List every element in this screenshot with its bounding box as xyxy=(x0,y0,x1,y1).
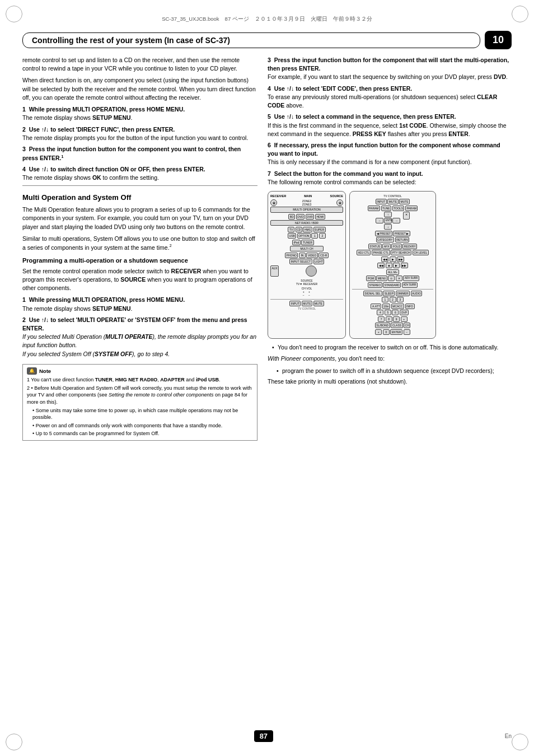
right-step-7-sub: The following remote control commands ca… xyxy=(268,179,416,185)
rv-n9: 9 xyxy=(393,316,400,322)
note-box: 🔔 Note 1 You can't use direct function T… xyxy=(22,364,257,441)
rv-class: CLASS xyxy=(391,323,402,328)
note-item-5: • Up to 5 commands can be programmed for… xyxy=(27,430,253,437)
rv-right-row-123: 1 2 3 xyxy=(352,297,433,302)
right-step-6-num: 6 xyxy=(268,142,273,148)
rv-allm: ALL M+ xyxy=(386,269,399,275)
rv-stop: ■ xyxy=(386,263,392,268)
rv-input-select: INPUT SELECT xyxy=(289,259,313,264)
rv-tuner: TUNER xyxy=(301,240,313,245)
rv-row-power: ⏻ ZONE2ZONE3 ⏻ xyxy=(270,199,343,206)
rv-aatt: A.ATT xyxy=(371,304,381,309)
rv-n8: 8 xyxy=(386,316,392,322)
step-1-num: 1 xyxy=(22,106,27,113)
step-4-sub: The remote display shows OK to confirm t… xyxy=(22,174,159,181)
right-step-6-sub: This is only necessary if the command is… xyxy=(268,158,472,165)
rv-fwd: ▶ xyxy=(393,263,400,268)
file-info-bar: SC-37_35_UXJCB.book 87 ページ ２０１０年３月９日 火曜日… xyxy=(28,16,506,23)
rv-pgm: PGM xyxy=(366,276,375,281)
rv-right-row-slbond: SL/BOND CLASS CH xyxy=(352,323,433,328)
step-2: 2 Use ↑/↓ to select 'DIRECT FUNC', then … xyxy=(22,125,257,142)
rv-chlevel: CH LEVEL xyxy=(413,250,429,255)
note-item-4: • Power on and off commands only work wi… xyxy=(27,422,253,430)
rv-cd: CD xyxy=(296,227,302,232)
rv-n4: 4 xyxy=(377,310,383,315)
rv-mute-left2: MUTE xyxy=(313,301,324,306)
rv-cross-bl xyxy=(376,224,383,230)
rv-enter-bottom: ENTER xyxy=(390,329,402,335)
corner-mark-bl xyxy=(6,734,22,750)
rv-cross-btn: ✕ xyxy=(396,276,402,281)
rv-ipod: iPod xyxy=(292,240,301,245)
rv-audio: AUDIO xyxy=(411,291,423,296)
chapter-title: Controlling the rest of your system (In … xyxy=(22,32,480,48)
rv-phasectl: PHASE CTL xyxy=(372,250,390,255)
rv-tv: TV xyxy=(288,227,294,232)
rv-multiop-area: MULTI OPERATION xyxy=(270,207,343,213)
right-step-4-bold: Use ↑/↓ to select 'EDIT CODE', then pres… xyxy=(274,85,413,92)
rv-r-tune: TUNE xyxy=(381,206,392,211)
rv-fold: FOLD xyxy=(391,244,401,249)
rv-power-right: ⏻ xyxy=(336,199,343,206)
right-step-6: 6 If necessary, press the input function… xyxy=(268,141,512,167)
rv-multi-op: MULTI OPERATION xyxy=(270,207,343,213)
rv-ptysearch: PTY SEARCH xyxy=(391,250,411,255)
right-step-3-bold: Press the input function button for the … xyxy=(268,57,509,72)
rv-up: ↑ xyxy=(384,212,392,217)
right-step-3: 3 Press the input function button for th… xyxy=(268,56,512,82)
rv-dvd: DVD xyxy=(296,214,305,220)
rv-ch: CH+− xyxy=(302,287,306,297)
chapter-header: Controlling the rest of your system (In … xyxy=(22,31,512,49)
rv-right-row-transport1: ◀◀ ▶ ▶▶ xyxy=(352,256,433,262)
chapter-number: 10 xyxy=(485,31,512,49)
rv-afx: AFX xyxy=(382,244,391,249)
rv-row-tvctrl: INPUT MUTE MUTE xyxy=(270,299,343,306)
rv-row-aux: AUX xyxy=(270,265,343,277)
rv-aux: AUX xyxy=(270,265,279,277)
rv-next: ▶▶ xyxy=(397,256,404,262)
right-step-7-bold: Select the button for the command you wa… xyxy=(274,170,423,177)
remote-left-panel: RECEIVERMAINSOURCE ⏻ ZONE2ZONE3 ⏻ MULTI … xyxy=(268,191,346,339)
bullet-1: You don't need to program the receiver t… xyxy=(272,343,512,352)
bullets-after-remote: You don't need to program the receiver t… xyxy=(268,343,512,352)
rv-right-row-aatt: A.ATT 18in MCACC INFO xyxy=(352,304,433,309)
multi-step-1: 1 While pressing MULTI OPERATION, press … xyxy=(22,296,257,312)
rv-row-netradio: NET RADIO / BDR xyxy=(270,220,343,226)
right-step-5-num: 5 xyxy=(268,113,273,120)
rv-n1: 1 xyxy=(382,297,388,302)
rv-ch-btn: CH xyxy=(404,323,410,328)
rv-right-row1: INPUT MUTE MUTE xyxy=(352,199,433,204)
rv-right-row-phase: ADJ CTL PHASE CTL PTY SEARCH CH LEVEL xyxy=(352,250,433,255)
rv-video: VIDEO xyxy=(306,253,318,258)
page-number: 87 xyxy=(254,730,273,742)
rv-hdmi: HDMI xyxy=(315,214,325,220)
rv-standard: STANDARD xyxy=(383,282,401,288)
rv-net-radio: NET RADIO / BDR xyxy=(270,220,343,226)
rv-play: ▶ xyxy=(390,256,396,262)
rv-advsurr2: ADV SURR xyxy=(402,282,418,288)
rv-right-tvctrl-label: TV CONTROL xyxy=(352,194,433,198)
with-pioneer-header: With Pioneer components, you don't need … xyxy=(268,354,512,363)
step-3: 3 Press the input function button for th… xyxy=(22,145,257,162)
rv-n5: 5 xyxy=(385,310,391,315)
rv-cdr: CD-R xyxy=(318,253,329,258)
rv-status: STATUS xyxy=(368,244,382,249)
section-para-1: The Multi Operation feature allows you t… xyxy=(22,206,257,231)
rv-usb: USB xyxy=(288,233,296,239)
rv-input: INPUT xyxy=(289,301,301,306)
rv-slbond: SL/BOND xyxy=(375,323,390,328)
final-note: These take priority in multi operations … xyxy=(268,377,512,386)
multi-step-2-note2: If you selected System Off (SYSTEM OFF),… xyxy=(22,351,170,357)
rv-cross-tr xyxy=(392,212,400,217)
rv-hmg: HMG xyxy=(303,227,312,232)
rv-18in: 18in xyxy=(382,304,390,309)
rv-super: SUPER xyxy=(313,227,326,232)
rv-row-phono: PHONO IN VIDEO CD-R xyxy=(270,253,343,258)
rv-right-row-preset: ◀ PRESET PRESET ▶ xyxy=(352,231,433,236)
rv-n3: 3 xyxy=(397,297,404,302)
rv-multi-ch: MULTI CH xyxy=(290,246,324,251)
multi-step-2-note1: If you selected Multi Operation (MULTI O… xyxy=(22,333,256,348)
rv-vol-knob xyxy=(306,265,317,277)
right-step-3-sub: For example, if you want to start the se… xyxy=(268,73,508,80)
rv-advsurr: ADV SURR xyxy=(403,276,419,281)
